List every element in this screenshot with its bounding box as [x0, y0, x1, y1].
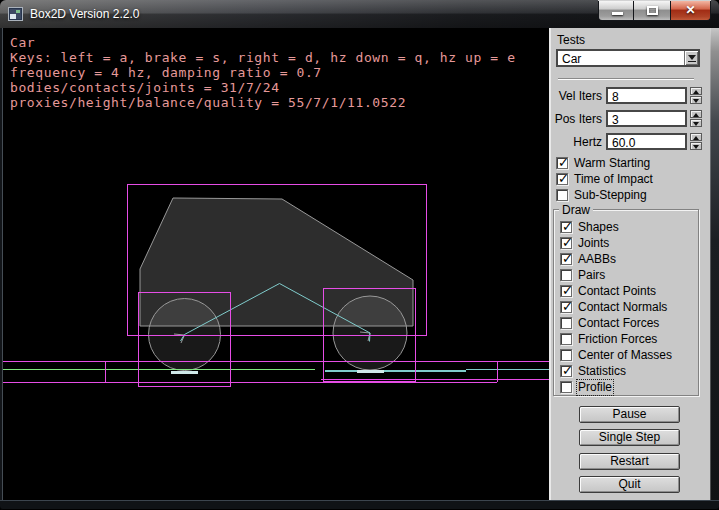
up-arrow-icon[interactable] — [690, 87, 702, 95]
caption-buttons — [598, 0, 711, 21]
checkbox-label: Friction Forces — [578, 333, 657, 346]
down-arrow-icon[interactable] — [690, 96, 702, 104]
draw-group-title: Draw — [559, 203, 593, 217]
window-title: Box2D Version 2.2.0 — [30, 7, 139, 21]
checkbox-box[interactable] — [560, 237, 572, 249]
keys-help-text: Keys: left = a, brake = s, right = d, hz… — [10, 50, 516, 65]
checkbox-box[interactable] — [560, 221, 572, 233]
quit-button[interactable]: Quit — [579, 476, 680, 493]
checkbox-label: Statistics — [578, 365, 626, 378]
maximize-icon — [647, 6, 658, 15]
vel-iters-input[interactable]: 8 — [606, 87, 687, 104]
checkbox-box[interactable] — [556, 173, 568, 185]
simulation-canvas[interactable]: Car Keys: left = a, brake = s, right = d… — [3, 28, 549, 500]
pause-button[interactable]: Pause — [579, 406, 680, 423]
maximize-button[interactable] — [634, 1, 671, 21]
window-border-bottom — [0, 500, 719, 510]
checkbox-label: Contact Normals — [578, 301, 667, 314]
pos-iters-input[interactable]: 3 — [606, 110, 687, 127]
checkbox-label: AABBs — [578, 253, 616, 266]
checkbox-box[interactable] — [556, 157, 568, 169]
checkbox-box[interactable] — [560, 317, 572, 329]
dropdown-arrow-icon[interactable] — [684, 51, 698, 65]
hertz-input[interactable]: 60.0 — [606, 133, 687, 150]
restart-button[interactable]: Restart — [579, 453, 680, 470]
test-dropdown-value: Car — [562, 52, 581, 66]
up-arrow-icon[interactable] — [690, 110, 702, 118]
checkbox-label: Profile — [578, 381, 612, 394]
checkbox-label: Joints — [578, 237, 609, 250]
checkbox-box[interactable] — [560, 253, 572, 265]
checkbox-label: Center of Masses — [578, 349, 672, 362]
down-arrow-icon[interactable] — [690, 142, 702, 150]
checkbox-label: Warm Starting — [574, 157, 650, 170]
checkbox-label: Contact Points — [578, 285, 656, 298]
bodies-stats-text: bodies/contacts/joints = 31/7/24 — [10, 80, 516, 95]
checkbox-box[interactable] — [560, 365, 572, 377]
window-border-right — [710, 28, 719, 500]
pos-iters-spinner-row: Pos Iters 3 — [549, 110, 710, 127]
pos-iters-stepper — [690, 110, 702, 127]
title-bar[interactable]: Box2D Version 2.2.0 — [0, 0, 719, 28]
close-button[interactable] — [671, 1, 711, 21]
test-title-text: Car — [10, 35, 516, 50]
close-icon — [671, 3, 710, 17]
checkbox-label: Time of Impact — [574, 173, 653, 186]
checkbox-box[interactable] — [560, 333, 572, 345]
checkbox-box[interactable] — [556, 189, 568, 201]
vel-iters-spinner-row: Vel Iters 8 — [549, 87, 710, 104]
minimize-button[interactable] — [598, 1, 634, 21]
vel-iters-label: Vel Iters — [549, 89, 602, 103]
app-icon — [8, 7, 23, 21]
checkbox-label: Pairs — [578, 269, 605, 282]
checkbox-box[interactable] — [560, 285, 572, 297]
hertz-stepper — [690, 133, 702, 150]
pos-iters-label: Pos Iters — [549, 112, 602, 126]
up-arrow-icon[interactable] — [690, 133, 702, 141]
debug-info: Car Keys: left = a, brake = s, right = d… — [10, 35, 516, 110]
app-window: Box2D Version 2.2.0 Car Keys: left = a, … — [0, 0, 719, 510]
checkbox-box[interactable] — [560, 349, 572, 361]
checkbox-box[interactable] — [560, 269, 572, 281]
checkbox-label: Contact Forces — [578, 317, 659, 330]
vel-iters-stepper — [690, 87, 702, 104]
tests-label: Tests — [557, 33, 585, 47]
proxies-stats-text: proxies/height/balance/quality = 55/7/1/… — [10, 95, 516, 110]
control-panel: Tests Car Vel Iters 8 Pos Iters 3 Hertz … — [549, 28, 710, 500]
single-step-button[interactable]: Single Step — [579, 429, 680, 446]
checkbox-box[interactable] — [560, 381, 572, 393]
frequency-text: frequency = 4 hz, damping ratio = 0.7 — [10, 65, 516, 80]
separator — [558, 78, 694, 80]
checkbox-label: Shapes — [578, 221, 619, 234]
hertz-spinner-row: Hertz 60.0 — [549, 133, 710, 150]
hertz-label: Hertz — [549, 135, 602, 149]
checkbox-box[interactable] — [560, 301, 572, 313]
checkbox-label: Sub-Stepping — [574, 189, 647, 202]
test-dropdown[interactable]: Car — [556, 49, 700, 67]
down-arrow-icon[interactable] — [690, 119, 702, 127]
minimize-icon — [612, 12, 623, 15]
